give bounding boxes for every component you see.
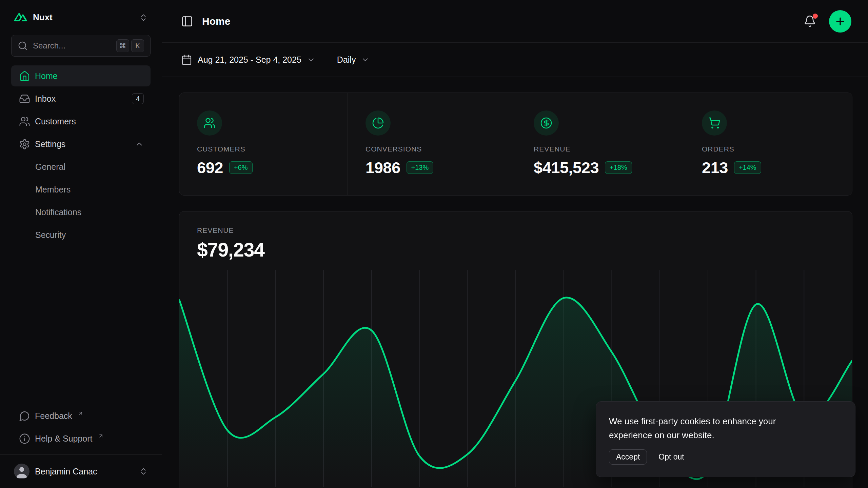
add-button[interactable] <box>829 10 851 33</box>
search-placeholder: Search... <box>33 41 65 50</box>
sidebar-user-section: Benjamin Canac <box>0 454 162 488</box>
stat-card-orders[interactable]: ORDERS 213 +14% <box>684 93 852 195</box>
sidebar-item-members[interactable]: Members <box>11 179 151 200</box>
sidebar-item-settings[interactable]: Settings <box>11 134 151 155</box>
nav-label-feedback: Feedback <box>35 411 72 421</box>
period-select[interactable]: Daily <box>337 55 370 65</box>
user-name: Benjamin Canac <box>35 467 97 476</box>
sidebar-top: Nuxt Search... ⌘ K <box>0 0 162 245</box>
settings-subnav: General Members Notifications Security <box>11 156 151 245</box>
nav-label-customers: Customers <box>35 117 76 126</box>
inbox-count-badge: 4 <box>132 93 144 104</box>
stat-label: CUSTOMERS <box>197 145 330 153</box>
opt-out-button[interactable]: Opt out <box>658 452 684 462</box>
sidebar-nav: Home Inbox 4 Customers <box>11 65 151 245</box>
notification-dot <box>813 14 818 19</box>
external-link-icon <box>78 410 83 416</box>
stat-delta-badge: +6% <box>229 161 253 174</box>
cookie-consent-toast: We use first-party cookies to enhance yo… <box>596 401 855 477</box>
notifications-button[interactable] <box>801 12 819 30</box>
search-input[interactable]: Search... ⌘ K <box>11 35 151 57</box>
info-circle-icon <box>19 433 30 444</box>
search-icon <box>18 41 28 51</box>
stat-delta-badge: +18% <box>605 161 632 174</box>
users-icon <box>19 116 30 127</box>
external-link-icon <box>98 433 104 439</box>
inbox-icon <box>19 93 30 104</box>
pie-chart-icon <box>366 110 391 136</box>
stat-value: 213 <box>702 158 728 177</box>
page-header: Home <box>162 0 868 43</box>
sidebar-item-notifications[interactable]: Notifications <box>11 202 151 223</box>
dollar-circle-icon <box>534 110 559 136</box>
stat-label: REVENUE <box>534 145 666 153</box>
search-kbd-shortcuts: ⌘ K <box>116 39 144 52</box>
stat-card-conversions[interactable]: CONVERSIONS 1986 +13% <box>348 93 516 195</box>
date-range-label: Aug 21, 2025 - Sep 4, 2025 <box>198 55 301 65</box>
avatar <box>14 464 29 479</box>
chevron-up-icon <box>135 140 144 148</box>
nuxt-logo-icon <box>14 13 27 22</box>
user-menu-button[interactable]: Benjamin Canac <box>11 461 151 482</box>
nav-label-members: Members <box>35 185 71 195</box>
chevrons-up-down-icon <box>139 13 148 22</box>
kbd-cmd: ⌘ <box>116 39 129 52</box>
filters-toolbar: Aug 21, 2025 - Sep 4, 2025 Daily <box>162 43 868 77</box>
stat-value: $415,523 <box>534 158 599 177</box>
shopping-cart-icon <box>702 110 727 136</box>
home-icon <box>19 70 30 82</box>
sidebar-item-home[interactable]: Home <box>11 65 151 86</box>
chevrons-up-down-icon <box>139 467 148 476</box>
date-range-picker[interactable]: Aug 21, 2025 - Sep 4, 2025 <box>181 54 315 65</box>
stat-label: ORDERS <box>702 145 834 153</box>
revenue-card-value: $79,234 <box>197 239 834 261</box>
nav-label-inbox: Inbox <box>35 94 56 104</box>
sidebar-item-feedback[interactable]: Feedback <box>11 405 151 426</box>
chevron-down-icon <box>307 56 315 64</box>
accept-button[interactable]: Accept <box>609 449 647 465</box>
workspace-name: Nuxt <box>33 12 53 23</box>
nav-label-general: General <box>35 162 65 172</box>
kbd-k: K <box>131 39 144 52</box>
nav-label-notifications: Notifications <box>35 207 81 217</box>
sidebar-item-help-support[interactable]: Help & Support <box>11 428 151 449</box>
sidebar-item-security[interactable]: Security <box>11 224 151 245</box>
workspace-picker[interactable]: Nuxt <box>11 9 151 26</box>
sidebar-item-customers[interactable]: Customers <box>11 111 151 132</box>
stat-value: 692 <box>197 158 223 177</box>
message-bubble-icon <box>19 410 30 422</box>
stat-label: CONVERSIONS <box>366 145 498 153</box>
sidebar-footer: Feedback Help & Support <box>0 405 162 454</box>
stat-value: 1986 <box>366 158 400 177</box>
stat-delta-badge: +13% <box>407 161 434 174</box>
page-title: Home <box>202 16 230 27</box>
sidebar-toggle-button[interactable] <box>181 15 193 27</box>
plus-icon <box>834 16 846 27</box>
cookie-message: We use first-party cookies to enhance yo… <box>609 414 806 442</box>
stat-card-customers[interactable]: CUSTOMERS 692 +6% <box>179 93 348 195</box>
nav-label-help-support: Help & Support <box>35 434 93 444</box>
sidebar-item-general[interactable]: General <box>11 156 151 177</box>
gear-icon <box>19 139 30 150</box>
calendar-icon <box>181 54 192 65</box>
nav-label-security: Security <box>35 230 66 240</box>
stat-delta-badge: +14% <box>734 161 761 174</box>
nav-label-home: Home <box>35 71 58 81</box>
revenue-card-label: REVENUE <box>197 226 834 235</box>
users-icon <box>197 110 222 136</box>
stats-cards: CUSTOMERS 692 +6% CONVERSIONS 1986 +13% <box>179 93 852 196</box>
nav-label-settings: Settings <box>35 139 65 149</box>
stat-card-revenue[interactable]: REVENUE $415,523 +18% <box>516 93 684 195</box>
sidebar-item-inbox[interactable]: Inbox 4 <box>11 88 151 109</box>
chevron-down-icon <box>361 56 370 64</box>
sidebar: Nuxt Search... ⌘ K <box>0 0 162 488</box>
period-label: Daily <box>337 55 356 65</box>
